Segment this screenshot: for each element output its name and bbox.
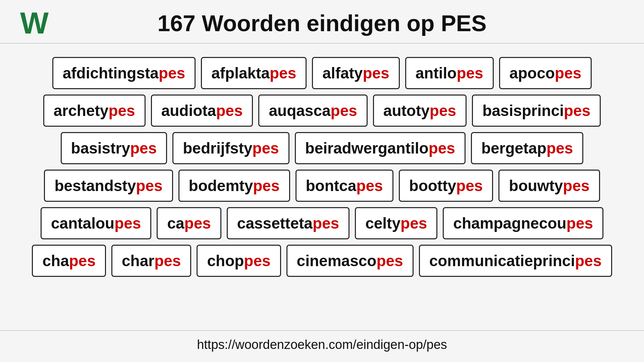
word-suffix: pes [136,177,162,194]
word-text: bergetappes [481,139,573,157]
word-text: champagnecoupes [453,214,593,232]
word-card[interactable]: bodemtypes [178,170,290,202]
word-card[interactable]: boottypes [399,170,493,202]
word-card[interactable]: basisprincipes [472,95,601,127]
word-text: audiotapes [161,102,243,120]
word-card[interactable]: bouwtypes [498,170,600,202]
word-card[interactable]: choppes [197,245,281,277]
word-card[interactable]: auqascapes [258,95,367,127]
word-card[interactable]: archetypes [43,95,146,127]
word-suffix: pes [270,64,296,82]
word-suffix: pes [546,139,573,157]
word-card[interactable]: cantaloupes [41,207,151,239]
word-card[interactable]: alfatypes [312,57,399,89]
word-suffix: pes [456,177,483,194]
word-suffix: pes [114,215,141,232]
word-card[interactable]: charpes [111,245,191,277]
word-suffix: pes [253,177,279,194]
word-text: chapes [42,252,96,270]
word-suffix: pes [430,102,456,119]
word-card[interactable]: bestandstypes [44,170,173,202]
word-row-5: chapescharpeschoppescinemascopescommunic… [20,245,624,277]
word-row-0: afdichtingstapesafplaktapesalfatypesanti… [20,57,624,89]
word-card[interactable]: bontcapes [296,170,393,202]
word-card[interactable]: cinemascopes [286,245,414,277]
word-card[interactable]: autotypes [373,95,467,127]
word-card[interactable]: beiradwergantilopes [295,132,466,164]
word-suffix: pes [252,139,279,157]
word-suffix: pes [400,215,427,232]
word-card[interactable]: afplaktapes [201,57,307,89]
word-card[interactable]: apocopes [499,57,592,89]
word-card[interactable]: antilopes [405,57,494,89]
word-text: boottypes [409,177,483,195]
word-card[interactable]: bergetappes [471,132,584,164]
word-card[interactable]: communicatieprincipes [419,245,612,277]
word-text: afplaktapes [211,64,296,82]
word-suffix: pes [159,64,185,82]
word-suffix: pes [457,64,483,82]
page-title: 167 Woorden eindigen op PES [157,10,486,36]
word-text: antilopes [416,64,483,82]
word-suffix: pes [563,177,589,194]
word-text: basistrypes [71,139,157,157]
word-text: basisprincipes [482,102,590,120]
word-text: auqascapes [269,102,357,120]
word-suffix: pes [313,215,339,232]
word-suffix: pes [216,102,243,119]
words-grid: afdichtingstapesafplaktapesalfatypesanti… [0,44,644,330]
word-suffix: pes [555,64,581,82]
word-text: alfatypes [322,64,389,82]
word-text: beiradwergantilopes [305,139,455,157]
word-text: cassettetapes [237,214,339,232]
word-suffix: pes [376,252,403,269]
word-suffix: pes [244,252,270,269]
word-text: celtypes [365,214,427,232]
word-suffix: pes [363,64,389,82]
word-text: cinemascopes [297,252,403,270]
word-text: bodemtypes [189,177,280,195]
word-row-2: basistrypesbedrijfstypesbeiradwergantilo… [20,132,624,164]
word-suffix: pes [575,252,601,269]
word-card[interactable]: celtypes [355,207,437,239]
word-card[interactable]: champagnecoupes [443,207,603,239]
word-card[interactable]: audiotapes [151,95,253,127]
word-suffix: pes [331,102,357,119]
footer-url: https://woordenzoeken.com/eindigen-op/pe… [197,338,447,352]
word-text: capes [167,214,211,232]
word-card[interactable]: capes [157,207,221,239]
word-suffix: pes [356,177,383,194]
word-card[interactable]: afdichtingstapes [52,57,196,89]
word-text: cantaloupes [51,214,141,232]
word-suffix: pes [564,102,590,119]
word-suffix: pes [429,139,455,157]
word-text: autotypes [383,102,456,120]
page-header: W 167 Woorden eindigen op PES [0,0,644,44]
word-suffix: pes [108,102,135,119]
word-text: charpes [122,252,181,270]
word-text: apocopes [509,64,582,82]
word-suffix: pes [69,252,96,269]
word-card[interactable]: basistrypes [61,132,167,164]
word-text: choppes [207,252,270,270]
logo: W [20,8,49,38]
page-footer: https://woordenzoeken.com/eindigen-op/pe… [0,330,644,362]
word-text: bestandstypes [54,177,162,195]
word-text: archetypes [54,102,135,120]
word-row-3: bestandstypesbodemtypesbontcapesboottype… [20,170,624,202]
word-text: bouwtypes [509,177,589,195]
word-card[interactable]: chapes [32,245,106,277]
word-suffix: pes [567,215,593,232]
word-text: bedrijfstypes [183,139,279,157]
word-card[interactable]: cassettetapes [227,207,350,239]
word-text: bontcapes [306,177,383,195]
word-text: communicatieprincipes [429,252,602,270]
word-suffix: pes [184,215,211,232]
word-suffix: pes [130,139,157,157]
word-row-1: archetypesaudiotapesauqascapesautotypesb… [20,95,624,127]
word-text: afdichtingstapes [63,64,185,82]
word-row-4: cantaloupescapescassettetapesceltypescha… [20,207,624,239]
word-card[interactable]: bedrijfstypes [172,132,289,164]
word-suffix: pes [154,252,181,269]
